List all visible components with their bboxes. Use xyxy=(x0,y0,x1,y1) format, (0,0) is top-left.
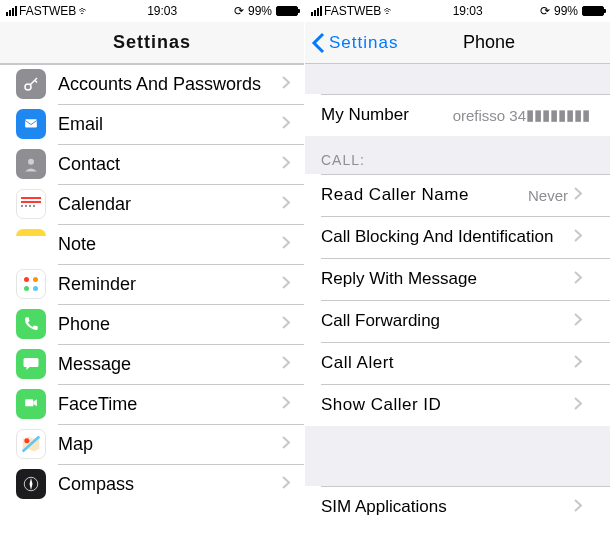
note-icon xyxy=(16,229,46,259)
svg-point-4 xyxy=(24,438,29,443)
settings-item-compass[interactable]: Compass xyxy=(0,464,304,504)
settings-item-email[interactable]: Email xyxy=(0,104,304,144)
settings-item-label: Phone xyxy=(58,314,282,335)
settings-item-map[interactable]: Map xyxy=(0,424,304,464)
chevron-right-icon xyxy=(282,475,290,493)
nav-bar: Settinas xyxy=(0,22,304,64)
phone-settings-screen: FASTWEB ᯤ 19:03 ⟳ 99% Settinas Phone My … xyxy=(305,0,610,538)
chevron-right-icon xyxy=(574,498,582,516)
chevron-right-icon xyxy=(282,155,290,173)
back-button[interactable]: Settinas xyxy=(311,32,398,54)
row-label: SIM Applications xyxy=(321,497,574,517)
row-label: Call Alert xyxy=(321,353,574,373)
show-caller-id-row[interactable]: Show Caller ID xyxy=(305,384,610,426)
settings-item-calendar[interactable]: Calendar xyxy=(0,184,304,224)
facetime-icon xyxy=(16,389,46,419)
row-label: Reply With Message xyxy=(321,269,574,289)
carrier-name: FASTWEB xyxy=(324,4,381,18)
my-number-value: orefisso 34▮▮▮▮▮▮▮▮ xyxy=(453,106,590,124)
settings-item-note[interactable]: Note xyxy=(0,224,304,264)
chevron-right-icon xyxy=(574,270,582,288)
map-icon xyxy=(16,429,46,459)
status-bar: FASTWEB ᯤ 19:03 ⟳ 99% xyxy=(305,0,610,22)
reminder-icon xyxy=(16,269,46,299)
row-label: Call Blocking And Identification xyxy=(321,227,574,247)
settings-item-label: Email xyxy=(58,114,282,135)
key-icon xyxy=(16,69,46,99)
chevron-right-icon xyxy=(574,228,582,246)
reply-with-message-row[interactable]: Reply With Message xyxy=(305,258,610,300)
signal-icon xyxy=(6,6,17,16)
battery-percent: 99% xyxy=(248,4,272,18)
svg-rect-1 xyxy=(25,119,37,127)
settings-item-label: Message xyxy=(58,354,282,375)
carrier-name: FASTWEB xyxy=(19,4,76,18)
phone-list: My Number orefisso 34▮▮▮▮▮▮▮▮ CALL: Read… xyxy=(305,64,610,528)
chevron-right-icon xyxy=(574,396,582,414)
settings-item-phone[interactable]: Phone xyxy=(0,304,304,344)
settings-list: Accounts And Passwords Email Contact Cal… xyxy=(0,64,304,504)
status-time: 19:03 xyxy=(395,4,540,18)
chevron-right-icon xyxy=(282,195,290,213)
contact-icon xyxy=(16,149,46,179)
settings-item-label: FaceTime xyxy=(58,394,282,415)
chevron-right-icon xyxy=(282,315,290,333)
svg-point-0 xyxy=(25,84,31,90)
compass-icon xyxy=(16,469,46,499)
call-forwarding-row[interactable]: Call Forwarding xyxy=(305,300,610,342)
settings-item-label: Accounts And Passwords xyxy=(58,74,282,95)
chevron-right-icon xyxy=(282,395,290,413)
read-caller-name-row[interactable]: Read Caller Name Never xyxy=(305,174,610,216)
settings-item-reminder[interactable]: Reminder xyxy=(0,264,304,304)
battery-icon xyxy=(276,6,298,16)
signal-icon xyxy=(311,6,322,16)
chevron-right-icon xyxy=(282,435,290,453)
settings-item-label: Reminder xyxy=(58,274,282,295)
settings-item-facetime[interactable]: FaceTime xyxy=(0,384,304,424)
settings-item-label: Map xyxy=(58,434,282,455)
my-number-label: My Number xyxy=(321,105,453,125)
row-label: Read Caller Name xyxy=(321,185,528,205)
settings-item-contact[interactable]: Contact xyxy=(0,144,304,184)
message-icon xyxy=(16,349,46,379)
settings-item-message[interactable]: Message xyxy=(0,344,304,384)
nav-title: Settinas xyxy=(113,32,191,53)
row-label: Call Forwarding xyxy=(321,311,574,331)
settings-root-screen: FASTWEB ᯤ 19:03 ⟳ 99% Settinas Accounts … xyxy=(0,0,305,538)
calls-header: CALL: xyxy=(305,136,610,174)
battery-icon xyxy=(582,6,604,16)
call-alert-row[interactable]: Call Alert xyxy=(305,342,610,384)
call-blocking-row[interactable]: Call Blocking And Identification xyxy=(305,216,610,258)
phone-icon xyxy=(16,309,46,339)
chevron-right-icon xyxy=(282,235,290,253)
status-bar: FASTWEB ᯤ 19:03 ⟳ 99% xyxy=(0,0,304,22)
row-label: Show Caller ID xyxy=(321,395,574,415)
chevron-right-icon xyxy=(574,354,582,372)
chevron-right-icon xyxy=(574,186,582,204)
status-time: 19:03 xyxy=(90,4,234,18)
sim-applications-row[interactable]: SIM Applications xyxy=(305,486,610,528)
chevron-right-icon xyxy=(282,75,290,93)
chevron-right-icon xyxy=(282,275,290,293)
my-number-row[interactable]: My Number orefisso 34▮▮▮▮▮▮▮▮ xyxy=(305,94,610,136)
chevron-right-icon xyxy=(282,115,290,133)
row-value: Never xyxy=(528,187,568,204)
settings-item-label: Compass xyxy=(58,474,282,495)
settings-item-accounts[interactable]: Accounts And Passwords xyxy=(0,64,304,104)
svg-point-2 xyxy=(28,159,34,165)
chevron-right-icon xyxy=(282,355,290,373)
chevron-right-icon xyxy=(574,312,582,330)
settings-item-label: Note xyxy=(58,234,282,255)
settings-item-label: Contact xyxy=(58,154,282,175)
mail-icon xyxy=(16,109,46,139)
svg-rect-3 xyxy=(25,399,33,406)
settings-item-label: Calendar xyxy=(58,194,282,215)
battery-percent: 99% xyxy=(554,4,578,18)
back-label: Settinas xyxy=(329,33,398,53)
calendar-icon xyxy=(16,189,46,219)
nav-bar: Settinas Phone xyxy=(305,22,610,64)
nav-title: Phone xyxy=(463,32,515,53)
